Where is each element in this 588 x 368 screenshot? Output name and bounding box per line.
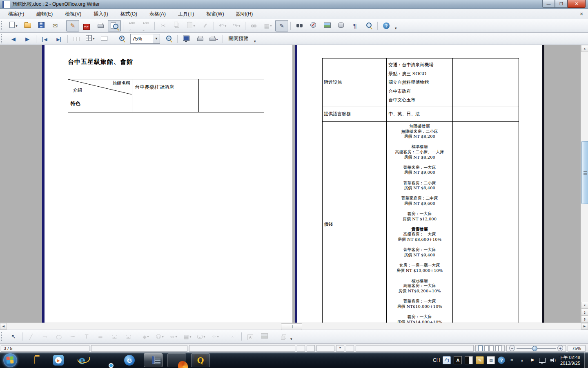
volume-icon[interactable]: ) [549, 357, 556, 364]
zoom-slider-track[interactable] [517, 348, 556, 349]
next-page-icon[interactable]: ▼▼ [581, 316, 588, 323]
insert-mode-panel[interactable] [297, 345, 305, 352]
chevron-down-icon[interactable]: ▾ [16, 24, 17, 28]
start-button[interactable] [3, 353, 17, 367]
spellcheck-button[interactable]: ABC✓ [125, 20, 138, 31]
zoom-percent[interactable]: 75% [568, 345, 586, 352]
save-button[interactable] [35, 20, 48, 31]
toolbar-grip[interactable] [1, 34, 5, 43]
book-view-icon[interactable] [495, 346, 502, 351]
text-frame-button[interactable]: ▬ [94, 331, 107, 342]
close-preview-button[interactable]: 關閉預覽 [225, 33, 252, 45]
zoom-button[interactable] [362, 20, 375, 31]
scroll-down-icon[interactable]: ▼ [581, 302, 588, 309]
close-document-icon[interactable]: ✕ [578, 11, 585, 17]
selection-mode-panel[interactable] [307, 345, 315, 352]
ime-fullhalf-icon[interactable] [465, 356, 473, 364]
taskbar-openoffice-writer[interactable] [144, 353, 163, 367]
toolbar-grip[interactable] [1, 21, 5, 30]
undo-button[interactable]: ↶▾ [216, 20, 229, 31]
scroll-right-icon[interactable]: ▶ [581, 323, 588, 330]
zoom-slider[interactable]: − + [506, 345, 566, 352]
page-indicator[interactable]: 3 / 5 [1, 345, 89, 352]
horizontal-scroll-thumb[interactable] [281, 323, 302, 330]
taskbar-gogobox[interactable]: G [120, 353, 139, 367]
two-pages-button[interactable] [70, 33, 83, 45]
previous-page-button[interactable]: ◀ [7, 33, 20, 45]
callouts-button[interactable]: ▾ [195, 331, 208, 342]
cut-button[interactable]: ✂ [157, 20, 170, 31]
picture-from-file-button[interactable] [258, 331, 271, 342]
fontwork-button[interactable]: A [244, 331, 257, 342]
taskbar-windows-media-player[interactable]: ▶ [49, 353, 68, 367]
ellipse-button[interactable]: ○ [52, 331, 65, 342]
print-button[interactable] [94, 20, 107, 31]
previous-page-icon[interactable]: ▲▲ [581, 309, 588, 316]
minimize-button[interactable]: — [542, 0, 555, 8]
zoom-in-icon[interactable]: + [557, 345, 563, 351]
full-screen-button[interactable] [180, 33, 193, 45]
formatting-marks-button[interactable]: ¶ [348, 20, 361, 31]
menu-file[interactable]: 檔案(F) [3, 9, 29, 19]
taskbar-clock[interactable]: 下午 02:48 2013/9/25 [559, 355, 580, 366]
taskbar-windows-explorer[interactable] [25, 353, 44, 367]
send-email-button[interactable]: ✉ [49, 20, 62, 31]
basic-shapes-button[interactable]: ◆▾ [139, 331, 152, 342]
format-paintbrush-button[interactable] [198, 20, 212, 31]
multi-page-view-icon[interactable] [484, 346, 494, 351]
navigator-button[interactable] [307, 20, 320, 31]
menu-edit[interactable]: 編輯(E) [31, 9, 58, 19]
menu-help[interactable]: 說明(H) [232, 9, 258, 19]
toolbar-grip[interactable] [1, 332, 5, 341]
zoom-in-button[interactable]: + [115, 33, 128, 45]
line-button[interactable]: ╱ [24, 331, 38, 342]
zoom-value[interactable]: 75% [131, 36, 153, 42]
modified-flag[interactable]: * [336, 345, 344, 352]
chevron-down-icon[interactable]: ▾ [225, 24, 226, 28]
menu-window[interactable]: 視窗(W) [201, 9, 229, 19]
rectangle-button[interactable]: ▭ [38, 331, 51, 342]
auto-spellcheck-button[interactable]: ABC~ [139, 20, 152, 31]
maximize-button[interactable]: ❐ [555, 0, 568, 8]
help-button[interactable]: ? [380, 20, 393, 31]
scroll-up-icon[interactable]: ▲ [581, 45, 588, 52]
hyperlink-mode-panel[interactable] [316, 345, 334, 352]
stars-button[interactable]: ☆▾ [209, 331, 222, 342]
paste-button[interactable]: ▾ [185, 20, 198, 31]
extrusion-button[interactable] [275, 331, 288, 342]
menu-view[interactable]: 檢視(V) [60, 9, 86, 19]
export-pdf-button[interactable]: PDF [80, 20, 93, 31]
chevron-down-icon[interactable]: ▼ [153, 34, 160, 43]
zoom-combobox[interactable]: 75% ▼ [130, 34, 160, 44]
open-button[interactable] [21, 20, 34, 31]
signature-panel[interactable] [346, 345, 354, 352]
chevron-down-icon[interactable]: ▾ [147, 335, 149, 339]
chevron-down-icon[interactable]: ▾ [203, 335, 205, 339]
toolbar-overflow-icon[interactable]: ▾ [254, 39, 256, 45]
page-style-panel[interactable] [91, 345, 187, 352]
toolbar-overflow-icon[interactable]: ▾ [290, 337, 292, 342]
chevron-down-icon[interactable]: ▾ [270, 24, 272, 28]
menu-table[interactable]: 表格(A) [145, 9, 171, 19]
taskbar-yellow-media-app[interactable]: Q [191, 353, 210, 367]
ime-pad-icon[interactable]: ▤ [487, 356, 495, 364]
single-page-view-icon[interactable] [478, 346, 483, 351]
new-document-button[interactable]: ▾ [7, 20, 20, 31]
toolbar-overflow-icon[interactable]: ▾ [395, 26, 397, 31]
language-indicator[interactable]: CH [433, 357, 440, 363]
callout-vertical-button[interactable] [122, 331, 135, 342]
view-layout-switcher[interactable] [475, 345, 505, 352]
find-replace-button[interactable] [293, 20, 306, 31]
hyperlink-button[interactable] [247, 20, 261, 31]
menu-insert[interactable]: 插入(I) [89, 9, 113, 19]
chevron-down-icon[interactable]: ▾ [193, 24, 195, 28]
help-q-icon[interactable]: ? [498, 357, 505, 364]
select-button[interactable]: ↖ [7, 331, 20, 342]
taskbar-google-chrome[interactable] [96, 353, 115, 367]
action-center-flag-icon[interactable]: ⚑ [528, 357, 536, 364]
menu-format[interactable]: 格式(O) [116, 9, 142, 19]
network-icon[interactable] [539, 357, 546, 364]
menu-tools[interactable]: 工具(T) [173, 9, 199, 19]
vertical-scroll-thumb[interactable] [581, 141, 588, 204]
chevron-down-icon[interactable]: ▾ [217, 335, 219, 339]
